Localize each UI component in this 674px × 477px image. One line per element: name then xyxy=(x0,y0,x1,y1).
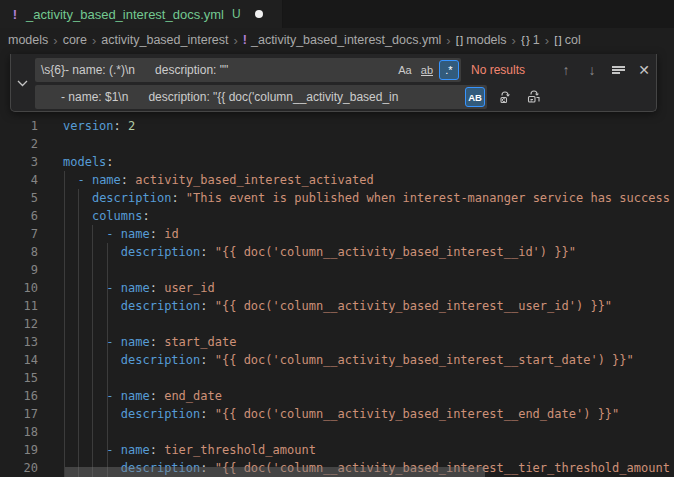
punctuation: : xyxy=(114,119,128,133)
yaml-key: version xyxy=(63,119,114,133)
find-in-selection-button[interactable] xyxy=(607,59,629,81)
replace-all-icon xyxy=(526,89,542,105)
punctuation: : xyxy=(200,299,214,313)
chevron-right-icon: › xyxy=(512,33,516,48)
breadcrumb-label: col xyxy=(565,33,581,47)
breadcrumb-label: 1 xyxy=(533,33,540,47)
yaml-key: name xyxy=(121,281,150,295)
breadcrumb-item-models[interactable]: [ ]models xyxy=(456,33,507,47)
list-dash: - xyxy=(106,227,120,241)
yaml-key: name xyxy=(121,335,150,349)
indent xyxy=(63,191,92,205)
breadcrumb-label: models xyxy=(466,33,506,47)
punctuation: : xyxy=(121,173,135,187)
indent xyxy=(63,443,106,457)
code-line: - name: activity_based_interest_activate… xyxy=(0,171,674,189)
breadcrumb-item-_activity_based_interest_docs.yml[interactable]: !_activity_based_interest_docs.yml xyxy=(243,33,442,47)
string-value: user_id xyxy=(164,281,215,295)
list-dash: - xyxy=(77,173,91,187)
close-find-widget-button[interactable]: ✕ xyxy=(633,59,655,81)
chevron-right-icon: › xyxy=(233,33,237,48)
editor-pane[interactable]: 1234567891011121314151617181920 version:… xyxy=(0,52,674,477)
breadcrumb-item-activity_based_interest[interactable]: activity_based_interest xyxy=(101,33,228,47)
find-results-status: No results xyxy=(471,63,555,77)
code-line: description: "{{ doc('column__activity_b… xyxy=(0,351,674,369)
indent xyxy=(63,335,106,349)
code-line: - name: tier_threshold_amount xyxy=(0,441,674,459)
preserve-case-toggle[interactable]: AB xyxy=(465,87,485,107)
breadcrumb-label: _activity_based_interest_docs.yml xyxy=(251,33,441,47)
replace-input[interactable]: - name: $1\n description: "{{ doc('colum… xyxy=(35,85,487,109)
whole-word-label: ab xyxy=(421,65,433,76)
punctuation: : xyxy=(200,245,214,259)
find-input[interactable]: \s{6}- name: (.*)\n description: "" Aaab… xyxy=(35,58,461,82)
punctuation: : xyxy=(200,407,214,421)
yaml-key: description xyxy=(121,299,200,313)
chevron-right-icon: › xyxy=(53,33,57,48)
yaml-key: description xyxy=(121,407,200,421)
string-value: "{{ doc('column__activity_based_interest… xyxy=(215,353,634,367)
breadcrumb-item-col[interactable]: [ ]col xyxy=(554,33,581,47)
code-line: - name: start_date xyxy=(0,333,674,351)
code-line xyxy=(0,369,674,387)
list-dash: - xyxy=(106,443,120,457)
punctuation: : xyxy=(150,443,164,457)
yaml-key: models xyxy=(63,155,106,169)
code-line xyxy=(0,135,674,153)
code-line: description: "{{ doc('column__activity_b… xyxy=(0,297,674,315)
breadcrumb: models›core›activity_based_interest›!_ac… xyxy=(0,28,674,52)
breadcrumb-item-core[interactable]: core xyxy=(63,33,87,47)
code-line: version: 2 xyxy=(0,117,674,135)
breadcrumb-label: activity_based_interest xyxy=(101,33,228,47)
indent xyxy=(63,227,106,241)
replace-all-button[interactable] xyxy=(523,86,545,108)
replace-value-text: - name: $1\n description: "{{ doc('colum… xyxy=(35,90,465,104)
horizontal-scrollbar[interactable] xyxy=(65,467,485,477)
indent xyxy=(63,407,121,421)
indent xyxy=(63,389,106,403)
breadcrumb-label: core xyxy=(63,33,87,47)
yaml-key: name xyxy=(121,227,150,241)
chevron-right-icon: › xyxy=(545,33,549,48)
code-line xyxy=(0,315,674,333)
editor-tab[interactable]: ! _activity_based_interest_docs.yml U xyxy=(0,0,283,28)
breadcrumb-item-models[interactable]: models xyxy=(8,33,48,47)
git-status-badge: U xyxy=(232,7,241,21)
indent xyxy=(63,173,77,187)
code-line xyxy=(0,423,674,441)
code-line: - name: id xyxy=(0,225,674,243)
toggle-replace-button[interactable] xyxy=(11,54,33,112)
string-value: end_date xyxy=(164,389,222,403)
code-line: - name: end_date xyxy=(0,387,674,405)
symbol-array-icon: [ ] xyxy=(456,34,463,46)
yaml-file-icon: ! xyxy=(10,7,20,22)
chevron-right-icon: › xyxy=(446,33,450,48)
whole-word-toggle[interactable]: ab xyxy=(417,60,437,80)
replace-button[interactable] xyxy=(495,86,517,108)
symbol-array-icon: [ ] xyxy=(554,34,561,46)
find-query-text: \s{6}- name: (.*)\n description: "" xyxy=(35,63,395,77)
yaml-key: description xyxy=(121,245,200,259)
previous-match-button[interactable]: ↑ xyxy=(555,59,577,81)
code-line: description: "{{ doc('column__activity_b… xyxy=(0,243,674,261)
indent xyxy=(63,299,121,313)
modified-dot-icon[interactable] xyxy=(255,10,263,18)
indent xyxy=(63,245,121,259)
string-value: "{{ doc('column__activity_based_interest… xyxy=(215,299,612,313)
indent xyxy=(63,281,106,295)
match-case-toggle[interactable]: Aa xyxy=(395,60,415,80)
chevron-right-icon: › xyxy=(92,33,96,48)
yaml-key: description xyxy=(92,191,171,205)
next-match-button[interactable]: ↓ xyxy=(581,59,603,81)
breadcrumb-item-1[interactable]: { }1 xyxy=(521,33,540,47)
code-content: version: 2models: - name: activity_based… xyxy=(0,117,674,477)
list-dash: - xyxy=(106,281,120,295)
punctuation: : xyxy=(142,209,149,223)
regex-toggle[interactable]: .* xyxy=(439,60,459,80)
punctuation: : xyxy=(171,191,185,205)
replace-icon xyxy=(498,89,514,105)
chevron-down-icon xyxy=(17,80,28,87)
string-value: activity_based_interest_activated xyxy=(135,173,373,187)
number-value: 2 xyxy=(128,119,135,133)
breadcrumb-label: models xyxy=(8,33,48,47)
